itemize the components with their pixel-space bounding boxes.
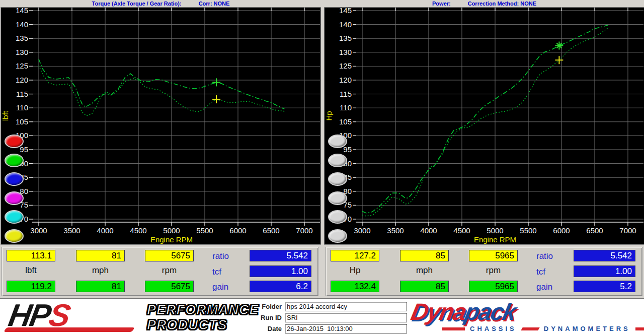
x-axis-name: Engine RPM: [150, 235, 193, 244]
gain-label: gain: [536, 282, 552, 292]
power-title: Power:: [432, 1, 451, 7]
svg-text:145: 145: [16, 8, 28, 15]
cursor-marker[interactable]: [212, 78, 220, 86]
gain-value: 6.2: [250, 281, 311, 292]
hps-logo: HPS: [7, 300, 71, 330]
svg-text:6500: 6500: [586, 226, 603, 235]
svg-text:125: 125: [16, 61, 28, 70]
hps-logo-swoosh: [4, 327, 135, 332]
runid-input[interactable]: [285, 313, 407, 322]
gridlines: [32, 11, 320, 222]
svg-text:5500: 5500: [520, 226, 536, 235]
dynapack-logo: Dynapack CHASSIS DYNAMOMETERS: [412, 299, 639, 332]
cursor-marker[interactable]: [555, 56, 563, 64]
dynapack-dynamometers-text: DYNAMOMETERS: [544, 325, 630, 332]
axes-ticks: [29, 8, 320, 226]
svg-text:105: 105: [339, 117, 352, 126]
torque-title: Torque (Axle Torque / Gear Ratio):: [92, 1, 182, 7]
rpm-yellow-cursor-value: 5675: [145, 250, 194, 261]
run-slot-button-3[interactable]: [328, 172, 347, 186]
speed-green-cursor-value: 85: [400, 281, 449, 292]
torque-yellow-cursor-value: 113.1: [7, 250, 55, 261]
footer-bar: HPS PERFORMANCE PRODUCTS Folder Run ID D…: [0, 298, 644, 335]
rpm-green-cursor-value: 5675: [145, 281, 194, 292]
svg-text:115: 115: [16, 90, 28, 98]
date-label: Date: [251, 325, 282, 332]
torque-panel-titlebar: Torque (Axle Torque / Gear Ratio): Corr:…: [1, 0, 321, 7]
svg-text:135: 135: [339, 34, 352, 42]
svg-text:145: 145: [339, 8, 352, 15]
dyno-software-window: Torque (Axle Torque / Gear Ratio): Corr:…: [0, 0, 644, 335]
date-field-row: Date: [251, 324, 407, 333]
gridlines: [356, 11, 643, 222]
torque-plot: 7075808590951001051101151201251301351401…: [1, 8, 320, 244]
tick-labels: 7075808590951001051101151201251301351401…: [16, 8, 313, 235]
svg-text:135: 135: [16, 34, 28, 42]
rpm-unit-label: rpm: [145, 265, 194, 276]
tcf-label: tcf: [536, 267, 545, 277]
run-slot-button-1[interactable]: [328, 135, 347, 148]
svg-text:4000: 4000: [420, 226, 437, 235]
hps-performance-products-text: PERFORMANCE PRODUCTS: [147, 302, 259, 332]
power-curve-dashdot: [362, 25, 608, 213]
run-slot-button-4[interactable]: [5, 191, 24, 205]
svg-text:140: 140: [339, 20, 352, 29]
tick-labels: 7075808590951001051101151201251301351401…: [339, 8, 636, 235]
x-axis-name: Engine RPM: [474, 235, 516, 244]
torque-chart-area: 7075808590951001051101151201251301351401…: [1, 7, 321, 245]
svg-text:125: 125: [339, 61, 352, 70]
svg-text:105: 105: [16, 117, 28, 126]
svg-text:6000: 6000: [553, 226, 570, 235]
run-slot-button-5[interactable]: [5, 210, 24, 224]
svg-text:3500: 3500: [63, 226, 80, 235]
speed-green-cursor-value: 81: [76, 281, 125, 292]
svg-text:7000: 7000: [296, 226, 312, 235]
run-slot-button-4[interactable]: [328, 191, 347, 205]
power-readout-strip: 127.2 85 5965 Hp mph rpm 132.4 85 5965 r…: [326, 247, 642, 296]
svg-text:3500: 3500: [387, 226, 404, 235]
power-yellow-cursor-value: 127.2: [331, 250, 379, 261]
dynapack-chassis-text: CHASSIS: [470, 325, 517, 332]
svg-text:140: 140: [16, 20, 28, 29]
svg-text:4500: 4500: [130, 226, 146, 235]
date-input[interactable]: [285, 324, 407, 333]
dynapack-red-bar: [442, 327, 465, 330]
y-axis-name: Hp: [325, 111, 333, 120]
svg-text:130: 130: [16, 48, 28, 56]
svg-text:7000: 7000: [619, 226, 636, 235]
run-slot-button-3[interactable]: [5, 172, 24, 186]
torque-curve-dotted: [39, 65, 284, 115]
power-unit-label: Hp: [331, 265, 379, 276]
run-slot-button-1[interactable]: [5, 135, 24, 148]
folder-field-row: Folder: [251, 302, 407, 311]
ratio-value: 5.542: [574, 250, 635, 261]
cursor-marker[interactable]: [555, 42, 563, 50]
ratio-value: 5.542: [250, 250, 311, 261]
svg-text:95: 95: [343, 145, 352, 154]
torque-unit-label: lbft: [7, 265, 55, 276]
svg-text:5000: 5000: [163, 226, 180, 235]
svg-text:3000: 3000: [30, 226, 47, 235]
y-axis-name: lbft: [1, 110, 10, 121]
run-slot-button-2[interactable]: [328, 154, 347, 167]
svg-text:95: 95: [20, 145, 28, 154]
gain-label: gain: [212, 282, 228, 292]
tcf-value: 1.00: [574, 265, 635, 277]
folder-input[interactable]: [285, 302, 407, 311]
torque-green-cursor-value: 119.2: [7, 281, 55, 292]
svg-text:4000: 4000: [97, 226, 113, 235]
tcf-label: tcf: [212, 267, 221, 277]
torque-readout-strip: 113.1 81 5675 lbft mph rpm 119.2 81 5675…: [2, 247, 318, 296]
cursor-marker[interactable]: [212, 95, 220, 103]
power-plot: 7075808590951001051101151201251301351401…: [325, 8, 644, 244]
run-slot-button-6[interactable]: [328, 229, 347, 243]
svg-text:115: 115: [340, 90, 352, 98]
runid-label: Run ID: [251, 314, 282, 321]
run-slot-button-6[interactable]: [5, 229, 24, 243]
dynapack-word-dyna: Dyna: [409, 298, 468, 325]
run-slot-button-2[interactable]: [5, 154, 24, 167]
run-slot-button-5[interactable]: [328, 210, 347, 224]
gain-value: 5.2: [574, 281, 635, 292]
power-correction-label: Correction Method: NONE: [468, 1, 536, 7]
power-chart-panel: Power: Correction Method: NONE 707580859…: [324, 0, 644, 246]
